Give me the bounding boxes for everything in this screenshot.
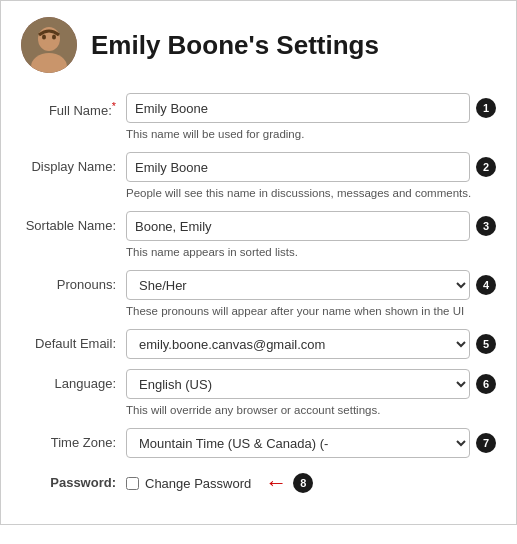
- avatar: [21, 17, 77, 73]
- default-email-row: Default Email: emily.boone.canvas@gmail.…: [21, 329, 496, 359]
- full-name-input-wrap: 1 This name will be used for grading.: [126, 93, 496, 142]
- display-name-badge: 2: [476, 157, 496, 177]
- time-zone-select[interactable]: Mountain Time (US & Canada) (- Eastern T…: [126, 428, 470, 458]
- change-password-checkbox[interactable]: [126, 477, 139, 490]
- settings-page: Emily Boone's Settings Full Name:* 1 Thi…: [0, 0, 517, 525]
- sortable-name-hint: This name appears in sorted lists.: [126, 244, 496, 260]
- display-name-label: Display Name:: [21, 152, 126, 176]
- sortable-name-badge: 3: [476, 216, 496, 236]
- page-header: Emily Boone's Settings: [21, 17, 496, 73]
- default-email-input-wrap: emily.boone.canvas@gmail.com 5: [126, 329, 496, 359]
- pronouns-label: Pronouns:: [21, 270, 126, 294]
- password-label: Password:: [21, 468, 126, 492]
- full-name-badge: 1: [476, 98, 496, 118]
- full-name-label: Full Name:*: [21, 93, 126, 121]
- time-zone-row: Time Zone: Mountain Time (US & Canada) (…: [21, 428, 496, 458]
- pronouns-hint: These pronouns will appear after your na…: [126, 303, 496, 319]
- language-badge: 6: [476, 374, 496, 394]
- sortable-name-input-wrap: 3 This name appears in sorted lists.: [126, 211, 496, 260]
- svg-point-5: [52, 35, 56, 40]
- time-zone-input-wrap: Mountain Time (US & Canada) (- Eastern T…: [126, 428, 496, 458]
- sortable-name-row: Sortable Name: 3 This name appears in so…: [21, 211, 496, 260]
- language-label: Language:: [21, 369, 126, 393]
- language-select[interactable]: English (US) Spanish French German: [126, 369, 470, 399]
- page-title: Emily Boone's Settings: [91, 30, 379, 61]
- default-email-badge: 5: [476, 334, 496, 354]
- language-input-wrap: English (US) Spanish French German 6 Thi…: [126, 369, 496, 418]
- time-zone-label: Time Zone:: [21, 428, 126, 452]
- display-name-input[interactable]: [126, 152, 470, 182]
- language-row: Language: English (US) Spanish French Ge…: [21, 369, 496, 418]
- language-hint: This will override any browser or accoun…: [126, 402, 496, 418]
- password-input-wrap: Change Password ← 8: [126, 468, 496, 494]
- pronouns-input-wrap: She/Her He/Him They/Them Ze/Zir 4 These …: [126, 270, 496, 319]
- full-name-input[interactable]: [126, 93, 470, 123]
- svg-point-4: [42, 35, 46, 40]
- change-password-label: Change Password: [145, 476, 251, 491]
- settings-form: Full Name:* 1 This name will be used for…: [21, 93, 496, 494]
- pronouns-select[interactable]: She/Her He/Him They/Them Ze/Zir: [126, 270, 470, 300]
- sortable-name-label: Sortable Name:: [21, 211, 126, 235]
- full-name-hint: This name will be used for grading.: [126, 126, 496, 142]
- password-badge: 8: [293, 473, 313, 493]
- time-zone-badge: 7: [476, 433, 496, 453]
- display-name-input-wrap: 2 People will see this name in discussio…: [126, 152, 496, 201]
- full-name-row: Full Name:* 1 This name will be used for…: [21, 93, 496, 142]
- pronouns-row: Pronouns: She/Her He/Him They/Them Ze/Zi…: [21, 270, 496, 319]
- default-email-label: Default Email:: [21, 329, 126, 353]
- display-name-row: Display Name: 2 People will see this nam…: [21, 152, 496, 201]
- sortable-name-input[interactable]: [126, 211, 470, 241]
- pronouns-badge: 4: [476, 275, 496, 295]
- password-row: Password: Change Password ← 8: [21, 468, 496, 494]
- red-arrow-icon: ←: [265, 472, 287, 494]
- display-name-hint: People will see this name in discussions…: [126, 185, 496, 201]
- default-email-select[interactable]: emily.boone.canvas@gmail.com: [126, 329, 470, 359]
